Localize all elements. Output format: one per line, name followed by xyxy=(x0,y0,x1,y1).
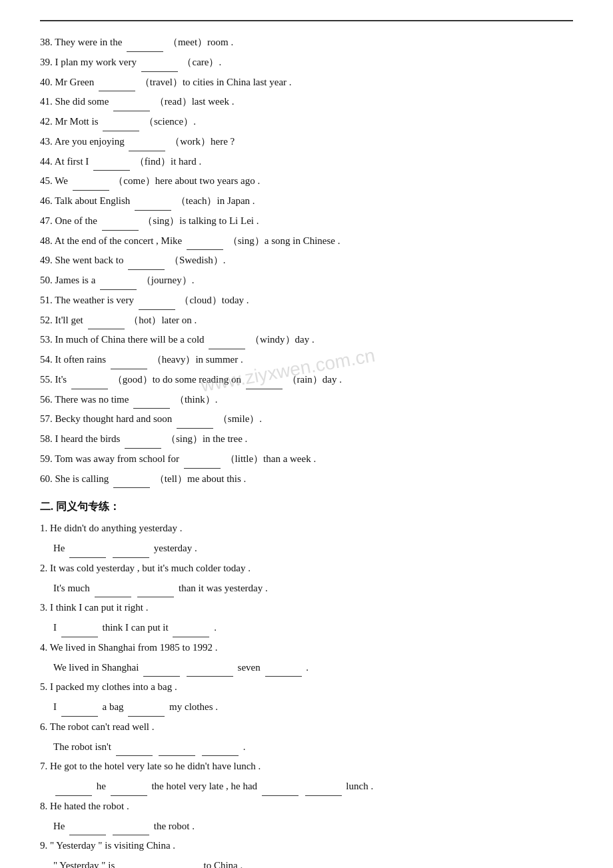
blank-42[interactable] xyxy=(103,131,139,131)
exercise-2-line1: 2. It was cold yesterday , but it's much… xyxy=(40,559,573,578)
blank-43[interactable] xyxy=(129,151,165,151)
blank-45[interactable] xyxy=(73,190,109,191)
blank-58[interactable] xyxy=(125,448,161,449)
exercise-9-line2: " Yesterday " is to China . xyxy=(53,857,573,868)
blank-6b[interactable] xyxy=(159,755,195,756)
num-58: 58. xyxy=(40,433,53,444)
blank-2b[interactable] xyxy=(137,597,174,597)
line-52: 52. It'll get （hot）later on . xyxy=(40,311,573,330)
line-58: 58. I heard the birds （sing）in the tree … xyxy=(40,430,573,449)
blank-41[interactable] xyxy=(113,111,150,111)
blank-8b[interactable] xyxy=(113,835,149,835)
part1-section: 38. They were in the （meet）room . 39. I … xyxy=(40,33,573,488)
blank-57[interactable] xyxy=(177,428,213,429)
num-55: 55. xyxy=(40,374,53,385)
blank-3a[interactable] xyxy=(61,637,98,637)
exercise-5-line1: 5. I packed my clothes into a bag . xyxy=(40,678,573,697)
blank-4b[interactable] xyxy=(187,676,233,677)
line-59: 59. Tom was away from school for （little… xyxy=(40,450,573,469)
blank-50[interactable] xyxy=(100,289,137,290)
blank-51[interactable] xyxy=(139,309,175,310)
num-50: 50. xyxy=(40,275,53,285)
blank-53[interactable] xyxy=(209,349,245,349)
exercise-5-line2: I a bag my clothes . xyxy=(53,698,573,717)
num-53: 53. xyxy=(40,334,53,345)
num-47: 47. xyxy=(40,215,53,226)
blank-44[interactable] xyxy=(93,170,130,171)
line-57: 57. Becky thought hard and soon （smile）. xyxy=(40,410,573,429)
blank-60[interactable] xyxy=(113,487,150,488)
blank-6c[interactable] xyxy=(202,755,239,756)
exercise-5: 5. I packed my clothes into a bag . I a … xyxy=(40,678,573,717)
blank-59[interactable] xyxy=(184,468,221,469)
blank-54[interactable] xyxy=(111,369,147,369)
num-43: 43. xyxy=(40,136,53,147)
blank-46[interactable] xyxy=(135,210,171,211)
exercise-8-line1: 8. He hated the robot . xyxy=(40,797,573,816)
line-48: 48. At the end of the concert , Mike （si… xyxy=(40,232,573,251)
blank-1a[interactable] xyxy=(69,557,106,558)
blank-7a[interactable] xyxy=(55,795,92,796)
blank-49[interactable] xyxy=(128,269,165,270)
blank-55b[interactable] xyxy=(246,389,283,389)
exercise-6: 6. The robot can't read well . The robot… xyxy=(40,718,573,757)
line-39: 39. I plan my work very （care）. xyxy=(40,53,573,72)
blank-4c[interactable] xyxy=(265,676,302,677)
line-53: 53. In much of China there will be a col… xyxy=(40,331,573,349)
blank-4a[interactable] xyxy=(143,676,180,677)
exercise-1-line1: 1. He didn't do anything yesterday . xyxy=(40,519,573,538)
exercise-4: 4. We lived in Shanghai from 1985 to 199… xyxy=(40,639,573,677)
blank-56[interactable] xyxy=(133,408,170,409)
blank-7d[interactable] xyxy=(305,795,342,796)
line-54: 54. It often rains （heavy）in summer . xyxy=(40,351,573,369)
blank-48[interactable] xyxy=(187,249,223,250)
exercise-2-line2: It's much than it was yesterday . xyxy=(53,579,573,598)
exercise-3-line2: I think I can put it . xyxy=(53,619,573,637)
blank-39[interactable] xyxy=(141,71,178,72)
blank-52[interactable] xyxy=(88,329,125,329)
num-39: 39. xyxy=(40,57,53,67)
blank-7c[interactable] xyxy=(262,795,299,796)
blank-47[interactable] xyxy=(102,230,139,231)
exercise-2: 2. It was cold yesterday , but it's much… xyxy=(40,559,573,598)
exercise-9-line1: 9. " Yesterday " is visiting China . xyxy=(40,837,573,855)
line-40: 40. Mr Green （travel）to cities in China … xyxy=(40,73,573,92)
part2-section: 1. He didn't do anything yesterday . He … xyxy=(40,519,573,868)
line-60: 60. She is calling （tell）me about this . xyxy=(40,470,573,489)
blank-8a[interactable] xyxy=(69,835,106,835)
blank-1b[interactable] xyxy=(113,557,149,558)
num-45: 45. xyxy=(40,175,53,186)
num-42: 42. xyxy=(40,116,53,127)
exercise-1-line2: He yesterday . xyxy=(53,539,573,558)
line-51: 51. The weather is very （cloud）today . xyxy=(40,291,573,310)
num-41: 41. xyxy=(40,96,53,107)
line-42: 42. Mr Mott is （science）. xyxy=(40,113,573,131)
blank-55a[interactable] xyxy=(71,389,108,389)
blank-40[interactable] xyxy=(99,91,135,91)
num-59: 59. xyxy=(40,453,53,464)
blank-5a[interactable] xyxy=(61,716,98,717)
exercise-4-line2: We lived in Shanghai seven . xyxy=(53,659,573,677)
line-47: 47. One of the （sing）is talking to Li Le… xyxy=(40,212,573,231)
num-38: 38. xyxy=(40,37,53,47)
line-41: 41. She did some （read）last week . xyxy=(40,93,573,111)
exercise-8-line2: He the robot . xyxy=(53,817,573,836)
blank-38[interactable] xyxy=(127,51,163,52)
line-56: 56. There was no time （think）. xyxy=(40,391,573,409)
blank-6a[interactable] xyxy=(116,755,153,756)
line-44: 44. At first I （find）it hard . xyxy=(40,153,573,171)
exercise-7-line2: he the hotel very late , he had lunch . xyxy=(53,777,573,796)
exercise-1: 1. He didn't do anything yesterday . He … xyxy=(40,519,573,558)
blank-7b[interactable] xyxy=(111,795,147,796)
blank-5b[interactable] xyxy=(128,716,165,717)
num-56: 56. xyxy=(40,394,53,405)
exercise-6-line1: 6. The robot can't read well . xyxy=(40,718,573,737)
line-55: 55. It's （good）to do some reading on （ra… xyxy=(40,371,573,389)
exercise-8: 8. He hated the robot . He the robot . xyxy=(40,797,573,836)
exercise-4-line1: 4. We lived in Shanghai from 1985 to 199… xyxy=(40,639,573,657)
blank-2a[interactable] xyxy=(95,597,131,597)
top-divider xyxy=(40,20,573,21)
exercise-3: 3. I think I can put it right . I think … xyxy=(40,599,573,637)
blank-3b[interactable] xyxy=(173,637,209,637)
num-48: 48. xyxy=(40,235,53,246)
